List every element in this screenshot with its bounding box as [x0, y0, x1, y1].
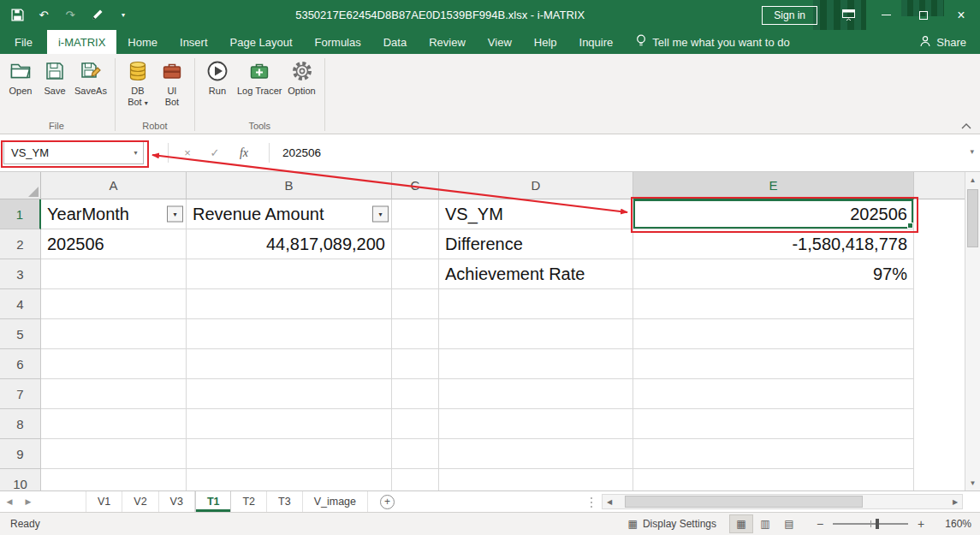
vertical-scrollbar-thumb[interactable]: [967, 189, 978, 247]
row-header-8[interactable]: 8: [0, 409, 41, 439]
row-header-3[interactable]: 3: [0, 259, 41, 289]
cell-B2[interactable]: 44,817,089,200: [187, 229, 392, 259]
cell-C3[interactable]: [392, 259, 439, 289]
cell[interactable]: [187, 469, 392, 490]
cell[interactable]: [187, 319, 392, 349]
cell[interactable]: [41, 319, 187, 349]
fill-handle[interactable]: [907, 223, 913, 229]
row-header-9[interactable]: 9: [0, 439, 41, 469]
cell[interactable]: [633, 319, 914, 349]
vertical-scrollbar[interactable]: ▲ ▼: [965, 172, 980, 490]
sign-in-button[interactable]: Sign in: [762, 6, 817, 25]
cell[interactable]: [633, 439, 914, 469]
tab-help[interactable]: Help: [523, 30, 568, 54]
column-header-B[interactable]: B: [187, 172, 392, 199]
zoom-out-button[interactable]: −: [814, 517, 826, 531]
cell[interactable]: [41, 469, 187, 490]
cell[interactable]: [633, 289, 914, 319]
tab-imatrix[interactable]: i-MATRIX: [47, 30, 116, 54]
cell[interactable]: [439, 349, 633, 379]
sheet-tab-v1[interactable]: V1: [86, 491, 122, 512]
log-tracer-button[interactable]: Log Tracer: [235, 56, 285, 120]
cell[interactable]: [392, 289, 439, 319]
qat-customize-caret-icon[interactable]: ▾: [116, 8, 130, 23]
zoom-level-label[interactable]: 160%: [941, 518, 971, 530]
ribbon-display-options-button[interactable]: [829, 0, 867, 30]
column-header-E[interactable]: E: [633, 172, 914, 199]
zoom-in-button[interactable]: +: [915, 517, 927, 531]
save-icon[interactable]: [10, 8, 24, 23]
enter-button[interactable]: ✓: [204, 141, 226, 164]
expand-formula-bar-icon[interactable]: ▾: [970, 147, 974, 156]
db-bot-button[interactable]: DB Bot ▾: [121, 56, 155, 120]
cell-D3[interactable]: Achievement Rate: [439, 259, 633, 289]
scroll-left-icon[interactable]: ◀: [603, 495, 616, 508]
cell[interactable]: [439, 319, 633, 349]
undo-icon[interactable]: ↶: [37, 8, 50, 23]
cell[interactable]: [633, 469, 914, 490]
zoom-slider-thumb[interactable]: [876, 519, 879, 529]
scroll-up-icon[interactable]: ▲: [965, 173, 980, 187]
name-box[interactable]: VS_YM ▾: [3, 141, 144, 164]
tab-home[interactable]: Home: [116, 30, 169, 54]
select-all-corner[interactable]: [0, 172, 41, 199]
formula-bar-value[interactable]: 202506: [282, 141, 321, 164]
open-button[interactable]: Open: [3, 56, 38, 120]
normal-view-icon[interactable]: ▦: [730, 515, 752, 532]
cell[interactable]: [439, 379, 633, 409]
cell-C1[interactable]: [392, 199, 439, 229]
row-header-2[interactable]: 2: [0, 229, 41, 259]
name-box-caret-icon[interactable]: ▾: [128, 142, 143, 163]
cell[interactable]: [41, 439, 187, 469]
cell[interactable]: [633, 349, 914, 379]
cell-B1[interactable]: Revenue Amount▾: [187, 199, 392, 229]
horizontal-scrollbar-thumb[interactable]: [625, 496, 863, 508]
cell[interactable]: [187, 439, 392, 469]
cell[interactable]: [187, 349, 392, 379]
cell[interactable]: [187, 379, 392, 409]
cell[interactable]: [187, 409, 392, 439]
new-sheet-button[interactable]: +: [380, 495, 395, 509]
column-header-A[interactable]: A: [41, 172, 187, 199]
pen-icon[interactable]: [90, 8, 104, 23]
column-header-C[interactable]: C: [392, 172, 439, 199]
row-header-4[interactable]: 4: [0, 289, 41, 319]
cell-D1[interactable]: VS_YM: [439, 199, 633, 229]
filter-dropdown-button[interactable]: ▾: [167, 206, 183, 223]
ui-bot-button[interactable]: UI Bot: [155, 56, 189, 120]
cell[interactable]: [392, 409, 439, 439]
cell[interactable]: [41, 409, 187, 439]
cell[interactable]: [41, 379, 187, 409]
cell-E1-selected[interactable]: 202506: [633, 199, 914, 229]
cell[interactable]: [439, 289, 633, 319]
cell-A3[interactable]: [41, 259, 187, 289]
cell[interactable]: [41, 289, 187, 319]
page-layout-view-icon[interactable]: ▥: [754, 515, 776, 532]
row-header-7[interactable]: 7: [0, 379, 41, 409]
close-button[interactable]: ×: [942, 0, 980, 30]
row-header-5[interactable]: 5: [0, 319, 41, 349]
minimize-button[interactable]: [867, 0, 905, 30]
row-header-1[interactable]: 1: [0, 199, 41, 229]
zoom-slider[interactable]: [833, 523, 908, 525]
share-button[interactable]: Share: [919, 30, 966, 54]
cell-C2[interactable]: [392, 229, 439, 259]
run-button[interactable]: Run: [200, 56, 235, 120]
tab-formulas[interactable]: Formulas: [304, 30, 372, 54]
tab-bar-resize-handle[interactable]: [591, 502, 592, 503]
sheet-tab-v3[interactable]: V3: [159, 491, 195, 512]
save-button[interactable]: Save: [38, 56, 72, 120]
sheet-tab-v2[interactable]: V2: [122, 491, 158, 512]
cell[interactable]: [392, 349, 439, 379]
tab-view[interactable]: View: [477, 30, 523, 54]
collapse-ribbon-button[interactable]: [961, 123, 971, 129]
cancel-button[interactable]: ×: [176, 141, 199, 164]
tab-insert[interactable]: Insert: [169, 30, 219, 54]
cell-A2[interactable]: 202506: [41, 229, 187, 259]
formula-separator[interactable]: [168, 143, 169, 163]
option-button[interactable]: Option: [285, 56, 319, 120]
cell[interactable]: [187, 289, 392, 319]
sheet-nav-right-icon[interactable]: ▶: [19, 491, 38, 512]
horizontal-scrollbar[interactable]: ◀ ▶: [602, 494, 963, 509]
sheet-nav-left-icon[interactable]: ◀: [0, 491, 19, 512]
